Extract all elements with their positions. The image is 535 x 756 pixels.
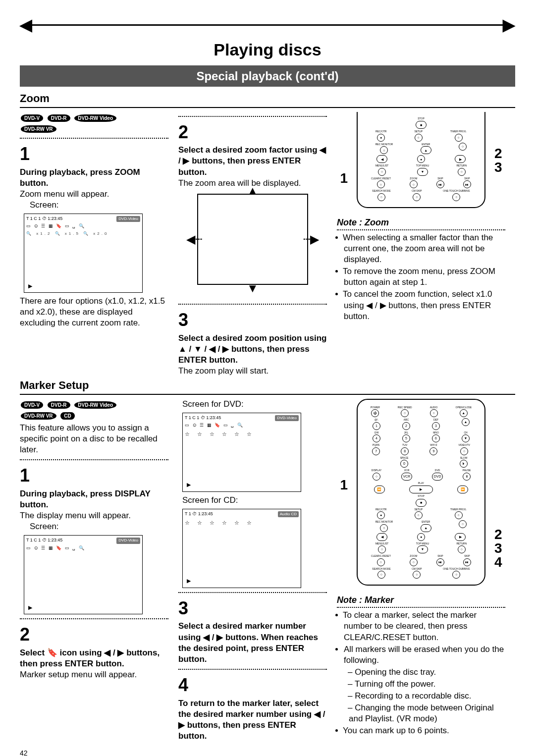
zoom-col2: 2 Select a desired zoom factor using ◀ /… [178, 112, 327, 377]
marker-step1-screen: T 1 C 1 ⏱ 1:23:45 DVD-Video ▭ ⊙ ☰ ▦ 🔖 ▭ … [24, 535, 143, 614]
zoom-area-diagram: ▲ ▼ ◀┄ ┄▶ [197, 194, 308, 285]
page-top-rule: ◀▶ [20, 15, 515, 36]
callout-3: 3 [494, 541, 505, 555]
marker-remote: POWER⏻ REC SPEED○ AUDIO○ OPEN/CLOSE▲ @!.… [357, 399, 485, 586]
zoom-col1: DVD-V DVD-R DVD-RW Video DVD-RW VR 1 Dur… [20, 112, 168, 377]
zoom-step1-screen: T 1 C 1 ⏱ 1:23:45 DVD-Video ▭ ⊙ ☰ ▦ 🔖 ▭ … [24, 214, 143, 293]
callout-1: 1 [337, 171, 348, 185]
marker-disc-badges: DVD-V DVD-R DVD-RW Video DVD-RW VR CD [20, 399, 168, 421]
callout-2: 2 [494, 528, 505, 541]
callout-2: 2 [494, 147, 505, 161]
zoom-disc-badges: DVD-V DVD-R DVD-RW Video DVD-RW VR [20, 112, 168, 134]
badge: DVD-V [21, 114, 43, 122]
marker-col2: Screen for DVD: T 1 C 1 ⏱ 1:23:45 DVD-Vi… [178, 399, 327, 742]
callout-1: 1 [337, 478, 348, 492]
callout-4: 4 [494, 555, 505, 569]
page-subtitle: Special playback (cont'd) [20, 65, 515, 87]
zoom-step1-num: 1 [20, 143, 168, 166]
marker-intro: This feature allows you to assign a spec… [20, 423, 168, 455]
marker-step1-desc: The display menu will appear. [20, 510, 168, 521]
zoom-step1-instr: During playback, press ZOOM button. [20, 167, 168, 189]
marker-step2-instr: Select 🔖 icon using ◀ / ▶ buttons, then … [20, 648, 168, 669]
zoom-col3: 1 STOP ■ REC/OTR● SETUP○ TIMER PROG.○ RE… [337, 112, 505, 377]
page-title: Playing discs [20, 39, 515, 60]
zoom-heading: Zoom [20, 92, 515, 108]
screen-label: Screen: [30, 200, 168, 211]
marker-step3-num: 3 [178, 597, 327, 620]
marker-col1: DVD-V DVD-R DVD-RW Video DVD-RW VR CD Th… [20, 399, 168, 742]
marker-step3-instr: Select a desired marker number using ◀ /… [178, 621, 327, 664]
note-marker-list: To clear a marker, select the marker num… [337, 610, 505, 736]
marker-dvd-screen: T 1 C 1 ⏱ 1:23:45 DVD-Video ▭ ⊙ ☰ ▦ 🔖 ▭ … [182, 413, 301, 492]
callout-3: 3 [494, 161, 505, 174]
zoom-step1-desc: Zoom menu will appear. [20, 189, 168, 200]
marker-step2-desc: Marker setup menu will appear. [20, 669, 168, 680]
marker-step4-num: 4 [178, 674, 327, 697]
badge: DVD-R [48, 114, 70, 122]
zoom-step1-after: There are four options (x1.0, x1.2, x1.5… [20, 296, 168, 328]
badge: DVD-RW Video [74, 114, 116, 122]
marker-step2-num: 2 [20, 623, 168, 647]
marker-heading: Marker Setup [20, 378, 515, 395]
marker-step4-instr: To return to the marker later, select th… [178, 698, 327, 742]
zoom-step3-num: 3 [178, 309, 327, 332]
zoom-step2-instr: Select a desired zoom factor using ◀ / ▶… [178, 145, 327, 177]
page-number: 42 [20, 749, 515, 756]
note-zoom-list: When selecting a smaller factor than the… [337, 232, 505, 322]
zoom-step3-desc: The zoom play will start. [178, 366, 327, 377]
screen-dvd-label: Screen for DVD: [182, 399, 327, 410]
badge: DVD-RW VR [21, 125, 56, 133]
zoom-remote: STOP ■ REC/OTR● SETUP○ TIMER PROG.○ REC … [357, 112, 485, 208]
note-zoom-title: Note : Zoom [337, 217, 505, 230]
screen-cd-label: Screen for CD: [182, 495, 327, 506]
note-marker-title: Note : Marker [337, 594, 505, 608]
zoom-step3-instr: Select a desired zoom position using ▲ /… [178, 333, 327, 366]
screen-label: Screen: [30, 521, 168, 532]
marker-step1-num: 1 [20, 464, 168, 487]
marker-step1-instr: During playback, press DISPLAY button. [20, 488, 168, 510]
zoom-step2-num: 2 [178, 121, 327, 144]
marker-cd-screen: T 1 ⏱ 1:23:45 Audio CD ☆ ☆ ☆ ☆ ☆ ☆ ▶ [182, 509, 301, 588]
marker-col3: 1 POWER⏻ REC SPEED○ AUDIO○ OPEN/CLOSE▲ @… [337, 399, 505, 742]
